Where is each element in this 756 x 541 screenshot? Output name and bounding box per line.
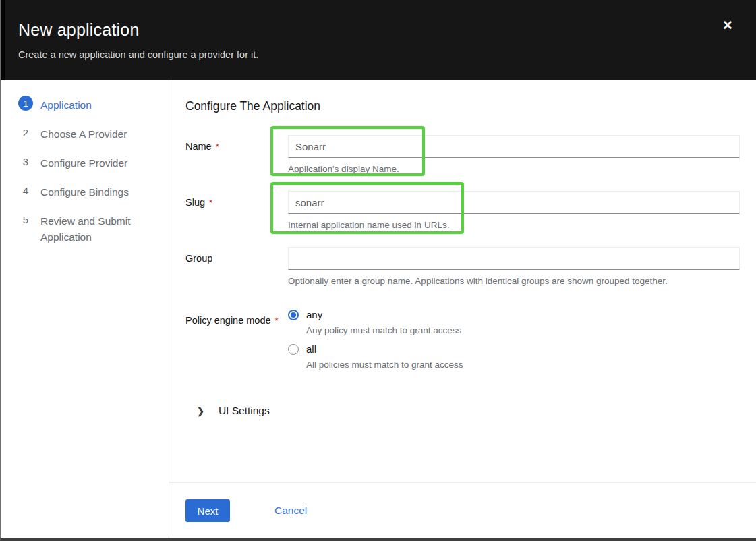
overlay-edge-strip bbox=[1, 0, 5, 80]
group-field-row: Group Optionally enter a group name. App… bbox=[185, 247, 740, 286]
wizard-steps-nav: 1 Application 2 Choose A Provider 3 Conf… bbox=[1, 80, 169, 538]
slug-field-row: Slug* Internal application name used in … bbox=[185, 191, 740, 230]
group-help-text: Optionally enter a group name. Applicati… bbox=[288, 276, 740, 286]
step-number: 4 bbox=[18, 183, 33, 198]
ui-settings-label: UI Settings bbox=[219, 405, 270, 417]
slug-label: Slug* bbox=[185, 191, 288, 230]
name-field-row: Name* Application's display Name. bbox=[185, 135, 740, 174]
policy-engine-mode-label: Policy engine mode* bbox=[185, 309, 288, 378]
step-number-badge: 1 bbox=[18, 96, 33, 111]
chevron-right-icon: ❯ bbox=[197, 406, 204, 416]
radio-any[interactable]: any bbox=[288, 309, 740, 320]
wizard-step-review-submit[interactable]: 5 Review and Submit Application bbox=[18, 212, 161, 246]
form-heading: Configure The Application bbox=[185, 99, 740, 113]
wizard-step-choose-provider[interactable]: 2 Choose A Provider bbox=[18, 125, 161, 142]
next-button[interactable]: Next bbox=[185, 499, 230, 522]
wizard-step-configure-bindings[interactable]: 4 Configure Bindings bbox=[18, 183, 161, 200]
step-label: Configure Bindings bbox=[40, 183, 129, 200]
slug-input[interactable] bbox=[288, 191, 740, 214]
cancel-button[interactable]: Cancel bbox=[274, 505, 307, 517]
slug-help-text: Internal application name used in URLs. bbox=[288, 220, 740, 230]
required-asterisk: * bbox=[216, 142, 219, 152]
form-panel: Configure The Application Name* Applicat… bbox=[169, 80, 756, 482]
radio-any-help: Any policy must match to grant access bbox=[306, 325, 740, 335]
radio-any-label: any bbox=[306, 309, 322, 320]
radio-all-help: All policies must match to grant access bbox=[306, 360, 740, 370]
group-input[interactable] bbox=[288, 247, 740, 270]
step-label: Configure Provider bbox=[40, 154, 127, 171]
radio-all-label: all bbox=[306, 343, 316, 355]
step-number: 3 bbox=[18, 154, 33, 169]
radio-all[interactable]: all bbox=[288, 343, 740, 355]
required-asterisk: * bbox=[209, 198, 212, 208]
new-application-modal: New application Create a new application… bbox=[0, 0, 756, 541]
step-label: Choose A Provider bbox=[40, 125, 127, 142]
wizard-step-configure-provider[interactable]: 3 Configure Provider bbox=[18, 154, 161, 171]
wizard-step-application[interactable]: 1 Application bbox=[18, 96, 161, 113]
step-number: 5 bbox=[18, 212, 33, 227]
close-icon[interactable]: ✕ bbox=[722, 19, 733, 32]
modal-subtitle: Create a new application and configure a… bbox=[18, 49, 716, 60]
radio-selected-icon bbox=[288, 310, 299, 320]
wizard-main-column: Configure The Application Name* Applicat… bbox=[169, 80, 756, 538]
modal-body: 1 Application 2 Choose A Provider 3 Conf… bbox=[1, 80, 756, 538]
ui-settings-expander[interactable]: ❯ UI Settings bbox=[197, 405, 270, 417]
group-label: Group bbox=[185, 247, 288, 286]
required-asterisk: * bbox=[275, 316, 279, 326]
modal-header: New application Create a new application… bbox=[1, 0, 756, 80]
name-help-text: Application's display Name. bbox=[288, 164, 740, 174]
radio-unselected-icon bbox=[288, 344, 299, 355]
step-number: 2 bbox=[18, 125, 33, 140]
step-label: Application bbox=[40, 96, 92, 113]
modal-footer: Next Cancel bbox=[169, 482, 756, 538]
name-label: Name* bbox=[185, 135, 288, 174]
modal-title: New application bbox=[18, 20, 716, 40]
step-label: Review and Submit Application bbox=[40, 212, 161, 246]
name-input[interactable] bbox=[288, 135, 740, 158]
policy-engine-mode-row: Policy engine mode* any Any policy must … bbox=[185, 309, 740, 378]
